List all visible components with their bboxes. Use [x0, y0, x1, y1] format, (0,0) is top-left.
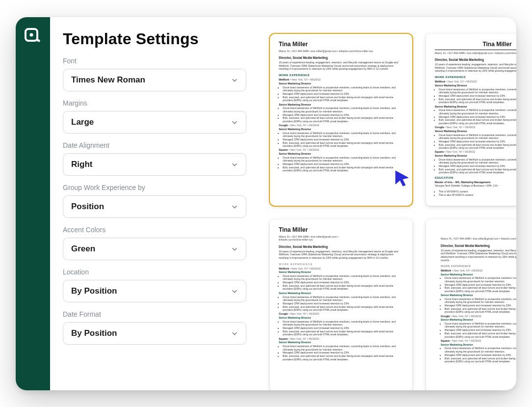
select-value: Times New Roman: [71, 75, 145, 85]
app-logo-icon: [23, 26, 43, 46]
field-font: Font Times New Roman: [63, 57, 246, 91]
field-label: Group Work Experience by: [63, 184, 246, 191]
chevron-down-icon: [231, 330, 238, 337]
select-value: By Position: [71, 328, 117, 338]
margins-select[interactable]: Large: [63, 111, 246, 134]
date-format-select[interactable]: By Position: [63, 322, 246, 345]
accent-select[interactable]: Green: [63, 238, 246, 260]
date-alignment-select[interactable]: Right: [63, 153, 246, 176]
select-value: Right: [71, 160, 92, 169]
chevron-down-icon: [231, 161, 238, 168]
chevron-down-icon: [231, 288, 238, 295]
field-date-format: Date Format By Position: [63, 310, 246, 345]
chevron-down-icon: [231, 203, 238, 210]
select-value: Position: [71, 202, 104, 212]
template-preview-1[interactable]: Tina Miller Miami, FL • 917-494-3485 • t…: [270, 34, 412, 206]
field-location: Location By Position: [63, 268, 246, 302]
preview-grid: Tina Miller Miami, FL • 917-494-3485 • t…: [261, 17, 516, 390]
chevron-down-icon: [231, 77, 238, 83]
field-label: Accent Colors: [63, 226, 246, 234]
location-select[interactable]: By Position: [63, 280, 246, 302]
template-preview-3[interactable]: Tina Miller Miami, FL • 917-494-3485 • t…: [270, 219, 412, 390]
field-date-alignment: Date Alignment Right: [63, 141, 246, 176]
field-accent: Accent Colors Green: [63, 226, 246, 260]
field-group-by: Group Work Experience by Position: [63, 184, 246, 218]
field-label: Font: [63, 57, 246, 65]
svg-point-1: [30, 33, 33, 36]
field-margins: Margins Large: [63, 99, 246, 134]
field-label: Date Format: [63, 310, 246, 318]
select-value: Large: [71, 117, 94, 127]
group-by-select[interactable]: Position: [63, 195, 246, 218]
sidebar: [16, 17, 50, 390]
settings-panel: Template Settings Font Times New Roman M…: [50, 17, 261, 390]
page-title: Template Settings: [63, 30, 246, 48]
field-label: Margins: [63, 99, 246, 107]
field-label: Location: [63, 268, 246, 276]
chevron-down-icon: [231, 119, 238, 126]
chevron-down-icon: [231, 245, 238, 252]
select-value: By Position: [71, 286, 117, 296]
template-preview-2[interactable]: Tina Miller Miami, FL • 917-494-3485 • t…: [426, 34, 516, 206]
field-label: Date Alignment: [63, 141, 246, 149]
font-select[interactable]: Times New Roman: [63, 69, 246, 91]
select-value: Green: [71, 244, 95, 254]
template-preview-4[interactable]: Tina Miller Miami, FL • 917-494-3485 • t…: [426, 219, 516, 390]
app-card: Template Settings Font Times New Roman M…: [16, 17, 516, 390]
